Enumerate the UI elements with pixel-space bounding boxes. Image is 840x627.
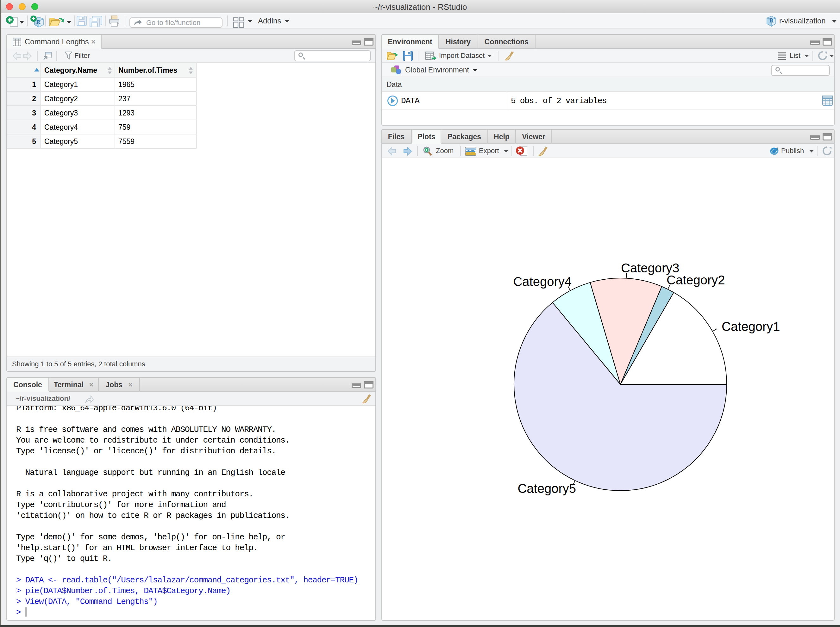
svg-text:Category4: Category4: [513, 274, 572, 288]
svg-text:Category5: Category5: [518, 482, 576, 495]
svg-text:Category1: Category1: [722, 320, 780, 334]
svg-text:Category3: Category3: [621, 261, 679, 275]
svg-text:R: R: [36, 19, 41, 25]
svg-text:Category2: Category2: [666, 273, 725, 287]
svg-text:R: R: [769, 17, 774, 24]
